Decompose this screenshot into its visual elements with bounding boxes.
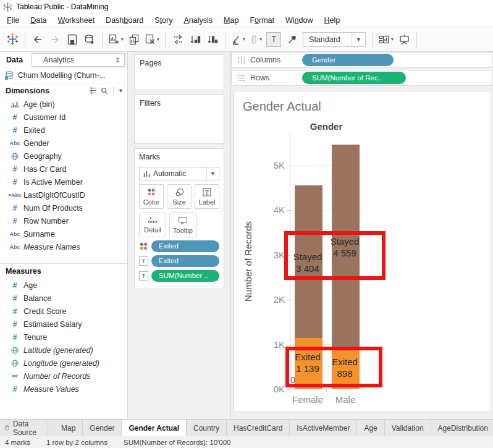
dimension-row-number[interactable]: # Row Number <box>0 214 127 227</box>
text-label-icon[interactable]: T <box>139 256 148 266</box>
tab-agedistribution[interactable]: AgeDistribution <box>431 420 493 436</box>
tab-analytics[interactable]: Analytics ⇕ <box>32 53 125 67</box>
dropdown-caret-icon[interactable]: ▾ <box>121 36 124 42</box>
presentation-mode-icon[interactable] <box>395 30 413 49</box>
color-legend-icon[interactable] <box>139 242 148 251</box>
new-worksheet-icon[interactable]: ▾ <box>106 30 125 49</box>
marks-pill-sum-number-of-records[interactable]: SUM(Number .. <box>151 270 219 282</box>
columns-pill-gender[interactable]: Gender <box>302 54 394 66</box>
tab-validation[interactable]: Validation <box>385 420 431 436</box>
sort-ascending-icon[interactable] <box>187 30 204 49</box>
menu-format[interactable]: Format <box>244 15 280 26</box>
dimension-has-cr-card[interactable]: # Has Cr Card <box>0 163 127 175</box>
duplicate-sheet-icon[interactable] <box>125 30 143 49</box>
dimension-gender[interactable]: Abc Gender <box>0 137 127 150</box>
dimension-customer-id[interactable]: # Customer Id <box>0 111 127 124</box>
measure-number-of-records[interactable]: =# Number of Records <box>0 370 127 382</box>
y-axis-tick-label: 5K <box>258 160 285 171</box>
dropdown-caret-icon[interactable]: ▾ <box>243 36 245 42</box>
tooltip-button[interactable]: Tooltip <box>169 213 196 237</box>
chevron-down-icon[interactable]: ▼ <box>352 33 365 46</box>
tab-age[interactable]: Age <box>357 420 384 436</box>
color-button[interactable]: Color <box>139 184 164 209</box>
rows-shelf[interactable]: Rows SUM(Number of Rec.. <box>231 70 493 86</box>
datasource-item[interactable]: Churn Modelling (Churn-... <box>0 68 127 83</box>
clear-sheet-icon[interactable]: ▾ <box>143 30 161 49</box>
tab-hascreditcard[interactable]: HasCreditCard <box>227 420 290 436</box>
text-label-icon[interactable]: T <box>139 271 148 281</box>
redo-icon[interactable] <box>46 30 64 49</box>
measure-credit-score[interactable]: # Credit Score <box>0 305 127 318</box>
tab-country[interactable]: Country <box>187 420 227 436</box>
show-hide-cards-icon[interactable]: ▾ <box>376 30 395 49</box>
y-axis-tick <box>287 300 290 300</box>
fix-axes-pin-icon[interactable] <box>283 30 300 49</box>
menu-window[interactable]: Window <box>280 15 318 26</box>
filters-shelf[interactable]: Filters <box>134 95 224 144</box>
save-icon[interactable] <box>64 30 81 49</box>
menu-analysis[interactable]: Analysis <box>178 15 218 26</box>
tableau-logo-button[interactable] <box>4 30 21 49</box>
dropdown-caret-icon[interactable]: ▾ <box>157 36 159 42</box>
tab-gender[interactable]: Gender <box>83 420 122 436</box>
dimension-measure-names[interactable]: Abc Measure Names <box>0 240 127 253</box>
dimension-geography[interactable]: Geography <box>0 150 127 163</box>
measure-longitude-generated[interactable]: Longitude (generated) <box>0 357 127 370</box>
measure-measure-values[interactable]: # Measure Values <box>0 382 127 395</box>
measure-latitude-generated[interactable]: Latitude (generated) <box>0 344 127 357</box>
menu-map[interactable]: Map <box>218 15 244 26</box>
search-icon[interactable] <box>101 87 108 95</box>
fit-selector[interactable]: Standard ▼ <box>303 32 366 47</box>
view-as-grid-icon[interactable] <box>89 87 97 94</box>
marks-pill-label-exited[interactable]: Exited <box>151 255 219 267</box>
data-pane-tabs: Data Analytics ⇕ <box>0 52 127 68</box>
tab-map[interactable]: Map <box>54 420 83 436</box>
dimension-num-of-products[interactable]: # Num Of Products <box>0 201 127 214</box>
pages-shelf[interactable]: Pages <box>134 54 224 90</box>
rows-pill-sum-number-of-records[interactable]: SUM(Number of Rec.. <box>302 72 406 84</box>
dimension-exited[interactable]: # Exited <box>0 124 127 137</box>
dropdown-caret-icon[interactable]: ▾ <box>391 36 394 42</box>
tooltip-bubble-icon <box>178 216 188 225</box>
measure-balance[interactable]: # Balance <box>0 292 127 305</box>
label-button[interactable]: T Label <box>195 184 219 209</box>
dimension-age-bin[interactable]: Age (bin) <box>0 98 127 111</box>
marks-pill-color-exited[interactable]: Exited <box>151 240 219 252</box>
chevron-down-icon[interactable]: ▼ <box>118 88 124 94</box>
measure-tenure[interactable]: # Tenure <box>0 331 127 344</box>
tab-isactivemember[interactable]: IsActiveMember <box>290 420 357 436</box>
sort-descending-icon[interactable] <box>204 30 221 49</box>
format-paperclip-icon[interactable]: ▾ <box>247 30 264 49</box>
number-icon: # <box>6 113 23 122</box>
measure-estimated-salary[interactable]: # Estimated Salary <box>0 318 127 331</box>
menu-dashboard[interactable]: Dashboard <box>100 15 149 26</box>
highlight-icon[interactable]: ▾ <box>229 30 247 49</box>
menu-file[interactable]: File <box>1 15 25 26</box>
x-axis-label-male[interactable]: Male <box>324 394 367 405</box>
tab-gender-actual[interactable]: Gender Actual <box>122 420 187 436</box>
size-button[interactable]: Size <box>167 184 192 209</box>
detail-button[interactable]: Detail <box>139 213 166 237</box>
columns-shelf[interactable]: Columns Gender <box>231 52 493 68</box>
measure-age[interactable]: # Age <box>0 279 127 292</box>
tableau-logo-icon <box>3 2 12 12</box>
menu-worksheet[interactable]: Worksheet <box>53 15 101 26</box>
dimension-lastdigitofcustid[interactable]: =Abc LastDigitOfCustID <box>0 188 127 201</box>
undo-icon[interactable] <box>29 30 46 49</box>
menu-story[interactable]: Story <box>149 15 178 26</box>
swap-rows-columns-icon[interactable] <box>169 30 187 49</box>
tab-data-source[interactable]: Data Source <box>0 420 48 436</box>
mark-type-dropdown[interactable]: Automatic ▼ <box>139 167 219 180</box>
tab-data[interactable]: Data <box>0 52 32 68</box>
dimension-surname[interactable]: Abc Surname <box>0 227 127 240</box>
show-mark-labels-button[interactable]: T <box>264 30 283 49</box>
dropdown-caret-icon[interactable]: ▾ <box>259 36 262 42</box>
chevron-down-icon[interactable]: ▼ <box>206 167 219 180</box>
x-axis-label-female[interactable]: Female <box>286 394 329 405</box>
menu-data[interactable]: Data <box>25 15 52 26</box>
dimension-is-active-member[interactable]: # Is Active Member <box>0 175 127 188</box>
y-axis-tick-label: 1K <box>258 339 285 350</box>
menu-help[interactable]: Help <box>318 15 345 26</box>
swap-panes-icon[interactable]: ⇕ <box>115 56 120 64</box>
new-data-source-icon[interactable] <box>81 30 98 49</box>
